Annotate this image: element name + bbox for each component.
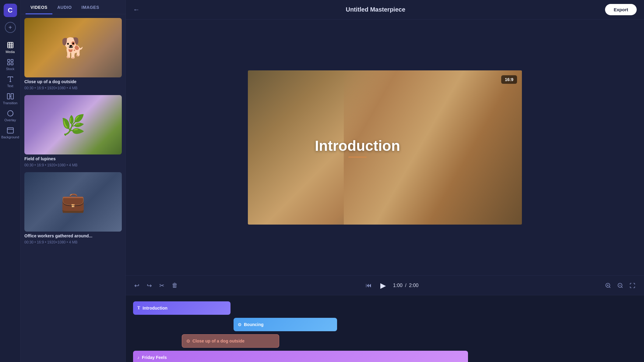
media-label: Media bbox=[6, 50, 15, 54]
add-button[interactable]: + bbox=[5, 22, 16, 33]
list-item[interactable]: Close up of a dog outside 00:30 • 16:9 •… bbox=[24, 18, 122, 90]
undo-button[interactable]: ↩ bbox=[133, 281, 141, 290]
media-title: Field of lupines bbox=[24, 156, 122, 161]
svg-rect-0 bbox=[8, 42, 13, 48]
timeline-track-dog: ⊙ Close up of a dog outside bbox=[133, 334, 637, 348]
preview-text-overlay: Introduction bbox=[315, 137, 400, 158]
zoom-out-button[interactable] bbox=[616, 281, 625, 290]
preview-underline bbox=[348, 157, 367, 158]
playback-controls: ⏮ ▶ 1:00 / 2:00 bbox=[184, 280, 599, 291]
skip-start-icon: ⏮ bbox=[366, 282, 372, 289]
list-item[interactable]: Office workers gathered around... 00:30 … bbox=[24, 172, 122, 244]
play-button[interactable]: ▶ bbox=[379, 280, 387, 291]
current-time: 1:00 bbox=[393, 283, 403, 288]
media-tabs: VIDEOS AUDIO IMAGES bbox=[21, 0, 125, 14]
project-title: Untitled Masterpiece bbox=[146, 6, 605, 13]
stock-icon bbox=[7, 59, 14, 66]
clip-icon-dog: ⊙ bbox=[186, 339, 190, 343]
svg-rect-2 bbox=[11, 59, 13, 62]
cut-button[interactable]: ✂ bbox=[158, 281, 166, 290]
redo-button[interactable]: ↪ bbox=[146, 281, 153, 290]
media-panel: VIDEOS AUDIO IMAGES Close up of a dog ou… bbox=[21, 0, 126, 362]
media-meta: 00:30 • 16:9 • 1920×1080 • 4 MB bbox=[24, 240, 122, 244]
redo-icon: ↪ bbox=[147, 282, 152, 289]
undo-icon: ↩ bbox=[134, 282, 139, 289]
sidebar-item-media[interactable]: Media bbox=[0, 39, 20, 56]
timeline-clip-bouncing[interactable]: ⊙ Bouncing bbox=[234, 318, 337, 331]
clip-icon-intro: T bbox=[137, 306, 140, 311]
tab-videos[interactable]: VIDEOS bbox=[26, 0, 52, 14]
time-separator: / bbox=[405, 283, 406, 288]
svg-rect-8 bbox=[7, 128, 13, 133]
media-meta: 00:30 • 16:9 • 1920×1080 • 4 MB bbox=[24, 86, 122, 90]
aspect-ratio-badge: 16:9 bbox=[501, 75, 517, 84]
timeline-track-music: ♪ Friday Feels bbox=[133, 351, 637, 362]
zoom-in-icon bbox=[605, 282, 611, 289]
delete-icon: 🗑 bbox=[172, 282, 178, 289]
overlay-icon bbox=[7, 110, 14, 117]
clip-label-bouncing: Bouncing bbox=[244, 322, 264, 327]
zoom-controls bbox=[604, 281, 637, 290]
stock-label: Stock bbox=[6, 67, 15, 71]
fullscreen-icon bbox=[629, 282, 635, 289]
media-title: Office workers gathered around... bbox=[24, 233, 122, 238]
preview-background: Introduction bbox=[248, 70, 522, 225]
media-thumbnail-lavender bbox=[24, 95, 122, 154]
svg-rect-6 bbox=[11, 94, 13, 99]
tab-images[interactable]: IMAGES bbox=[77, 0, 104, 14]
text-label: Text bbox=[7, 84, 13, 88]
fullscreen-button[interactable] bbox=[628, 281, 637, 290]
skip-start-button[interactable]: ⏮ bbox=[364, 281, 373, 290]
delete-button[interactable]: 🗑 bbox=[171, 281, 179, 290]
timeline-clip-intro[interactable]: T Introduction bbox=[133, 301, 231, 315]
transition-label: Transition bbox=[3, 101, 18, 105]
background-icon bbox=[7, 127, 14, 134]
media-title: Close up of a dog outside bbox=[24, 79, 122, 84]
overlay-label: Overlay bbox=[5, 118, 16, 122]
sidebar-item-stock[interactable]: Stock bbox=[0, 56, 20, 73]
top-bar: ← Untitled Masterpiece Export bbox=[126, 0, 644, 20]
timeline-clip-music[interactable]: ♪ Friday Feels bbox=[133, 351, 468, 362]
clip-label-dog: Close up of a dog outside bbox=[192, 339, 245, 343]
svg-rect-1 bbox=[8, 59, 10, 62]
tab-audio[interactable]: AUDIO bbox=[52, 0, 77, 14]
transition-icon bbox=[7, 93, 14, 100]
background-label: Background bbox=[1, 135, 19, 139]
main-area: ← Untitled Masterpiece Export Introducti… bbox=[126, 0, 644, 362]
media-list: Close up of a dog outside 00:30 • 16:9 •… bbox=[21, 14, 125, 362]
media-meta: 00:30 • 16:9 • 1920×1080 • 4 MB bbox=[24, 163, 122, 167]
timeline-clip-dog[interactable]: ⊙ Close up of a dog outside bbox=[182, 334, 279, 348]
clip-label-music: Friday Feels bbox=[142, 355, 167, 360]
timeline: T Introduction ⊙ Bouncing ⊙ Close up of … bbox=[126, 295, 644, 362]
sidebar-item-text[interactable]: Text bbox=[0, 73, 20, 90]
play-icon: ▶ bbox=[380, 281, 386, 290]
sidebar-item-background[interactable]: Background bbox=[0, 124, 20, 141]
icon-bar: C + Media Stock Text Transition bbox=[0, 0, 21, 362]
clip-label-intro: Introduction bbox=[143, 306, 167, 311]
time-display: 1:00 / 2:00 bbox=[393, 283, 419, 288]
back-button[interactable]: ← bbox=[133, 6, 140, 14]
text-icon bbox=[7, 76, 14, 83]
timeline-track-intro: T Introduction bbox=[133, 301, 637, 315]
logo-button[interactable]: C bbox=[4, 4, 17, 17]
cut-icon: ✂ bbox=[159, 282, 164, 289]
media-icon bbox=[7, 41, 14, 49]
timeline-controls: ↩ ↪ ✂ 🗑 ⏮ ▶ 1:00 / 2:00 bbox=[126, 275, 644, 295]
export-button[interactable]: Export bbox=[605, 4, 637, 15]
svg-rect-3 bbox=[8, 63, 10, 65]
overlay-text: Introduction bbox=[315, 137, 400, 154]
timeline-track-bouncing: ⊙ Bouncing bbox=[133, 318, 637, 331]
list-item[interactable]: Field of lupines 00:30 • 16:9 • 1920×108… bbox=[24, 95, 122, 167]
preview-area: Introduction 16:9 bbox=[126, 20, 644, 275]
zoom-out-icon bbox=[617, 282, 623, 289]
clip-icon-bouncing: ⊙ bbox=[238, 322, 241, 327]
svg-rect-4 bbox=[11, 63, 13, 65]
svg-rect-5 bbox=[7, 94, 10, 99]
zoom-in-button[interactable] bbox=[604, 281, 612, 290]
sidebar-item-transition[interactable]: Transition bbox=[0, 90, 20, 107]
media-thumbnail-dog bbox=[24, 18, 122, 77]
media-thumbnail-office bbox=[24, 172, 122, 232]
sidebar-item-overlay[interactable]: Overlay bbox=[0, 107, 20, 124]
clip-icon-music: ♪ bbox=[137, 355, 139, 360]
preview-canvas: Introduction 16:9 bbox=[248, 70, 522, 225]
